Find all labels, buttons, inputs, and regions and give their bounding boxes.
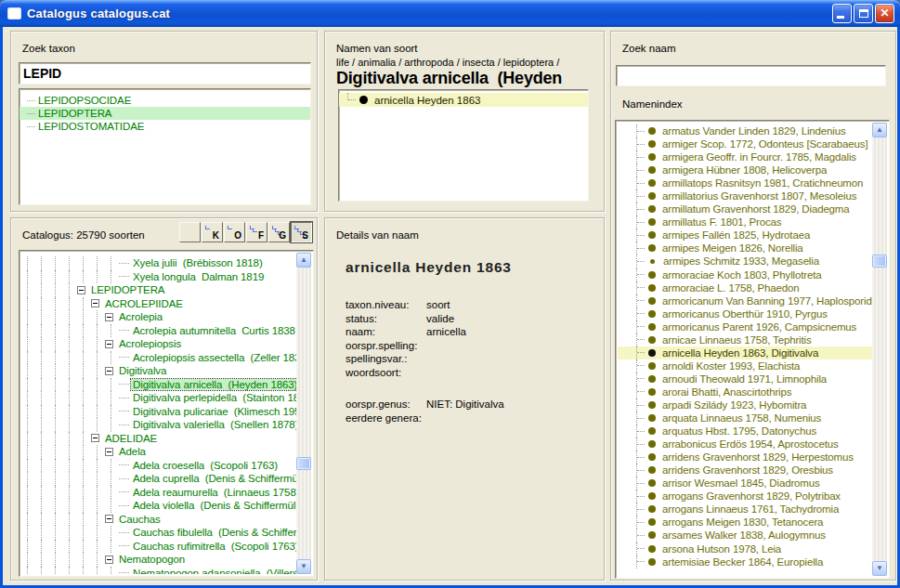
namenindex-item[interactable]: armigera Hübner 1808, Helicoverpa: [618, 163, 872, 176]
tree-row[interactable]: Cauchas: [21, 513, 296, 527]
minimize-button[interactable]: [832, 4, 852, 23]
namenindex-item[interactable]: armigera Geoffr. in Fourcr. 1785, Magdal…: [618, 150, 872, 163]
scroll-thumb[interactable]: [296, 457, 311, 470]
tree-row-label: Nematopogon: [117, 554, 187, 565]
namenindex-item[interactable]: arquata Linnaeus 1758, Numenius: [618, 412, 872, 425]
tree-row[interactable]: Adela croesella (Scopoli 1763): [21, 459, 296, 473]
tree-row[interactable]: Digitivalva perlepidella (Stainton 184: [21, 391, 296, 405]
tree-row-label: Cauchas rufimitrella (Scopoli 1763): [131, 541, 296, 552]
collapse-icon[interactable]: [91, 299, 99, 307]
tree-row[interactable]: Acrolepia: [21, 310, 296, 324]
namenindex-item[interactable]: artemisiae Becker 1864, Europiella: [618, 555, 872, 568]
tree-row[interactable]: ACROLEPIIDAE: [21, 297, 296, 311]
titlebar[interactable]: Catalogus catalogus.cat ✕: [0, 0, 900, 27]
tree-row[interactable]: Adela reaumurella (Linnaeus 1758): [21, 486, 296, 500]
scroll-down-icon[interactable]: ▼: [296, 559, 311, 574]
namenindex-item[interactable]: arorai Bhatti, Anascirtothrips: [618, 385, 872, 399]
namenindex-item[interactable]: arnicae Linnaeus 1758, Tephritis: [618, 333, 872, 346]
collapse-icon[interactable]: [105, 367, 113, 375]
scroll-down-icon[interactable]: ▼: [872, 561, 887, 576]
namenindex-item[interactable]: armoricanus Parent 1926, Campsicnemus: [618, 320, 872, 333]
collapse-icon[interactable]: [105, 313, 113, 321]
namenindex-item[interactable]: armipes Schmitz 1933, Megaselia: [618, 255, 872, 268]
namenindex-item[interactable]: armillatus F. 1801, Procas: [618, 216, 872, 229]
collapse-icon[interactable]: [77, 286, 85, 294]
maximize-button[interactable]: [854, 4, 873, 23]
taxon-list-item[interactable]: LEPIDOPTERA: [20, 107, 310, 120]
namenindex-item[interactable]: arrisor Wesmael 1845, Diadromus: [618, 477, 872, 490]
scroll-up-icon[interactable]: ▲: [296, 253, 311, 268]
tree-tick: [637, 405, 645, 406]
tree-level-button[interactable]: S: [291, 222, 312, 242]
tree-row[interactable]: Acrolepia autumnitella Curtis 1838: [21, 324, 296, 338]
namenindex-item[interactable]: arridens Gravenhorst 1829, Oresbius: [618, 464, 872, 477]
zoek-naam-input[interactable]: [616, 65, 886, 86]
collapse-icon[interactable]: [105, 340, 113, 348]
namenindex-item[interactable]: arquatus Hbst. 1795, Datonychus: [618, 425, 872, 438]
namenindex-item[interactable]: armiger Scop. 1772, Odonteus [Scarabaeus…: [618, 137, 872, 150]
namenindex-item[interactable]: arsames Walker 1838, Aulogymnus: [618, 529, 872, 542]
namenindex-item[interactable]: armillatum Gravenhorst 1829, Diadegma: [618, 203, 872, 216]
namenindex-item[interactable]: arrabonicus Erdös 1954, Aprostocetus: [618, 438, 872, 451]
tree-row[interactable]: Digitivalva valeriella (Snellen 1878): [21, 418, 296, 432]
tree-row[interactable]: Cauchas rufimitrella (Scopoli 1763): [21, 540, 296, 554]
namenindex-item[interactable]: arnicella Heyden 1863, Digitivalva: [618, 346, 872, 359]
collapse-icon[interactable]: [105, 555, 113, 564]
naam-list-item[interactable]: arnicella Heyden 1863: [339, 93, 588, 107]
taxon-list-item[interactable]: LEPIDOPSOCIDAE: [20, 94, 310, 107]
tree-row[interactable]: Nematopogon adansoniella (Villers 1: [21, 567, 296, 575]
namenindex-item[interactable]: armoraciae Koch 1803, Phyllotreta: [618, 268, 872, 281]
tree-row[interactable]: ADELIDAE: [21, 432, 296, 446]
collapse-icon[interactable]: [105, 448, 113, 456]
tree-row[interactable]: Xyela longula Dalman 1819: [21, 270, 296, 284]
namenindex-item[interactable]: arrogans Linnaeus 1761, Tachydromia: [618, 503, 872, 516]
tree-tick: [637, 248, 645, 249]
tree-row-label: Nematopogon adansoniella (Villers 1: [131, 568, 296, 574]
tree-row[interactable]: Digitivalva: [21, 364, 296, 378]
namenindex-item[interactable]: armipes Fallén 1825, Hydrotaea: [618, 229, 872, 242]
namenindex-item[interactable]: armoricanus Oberthür 1910, Pyrgus: [618, 307, 872, 320]
field-label: naam:: [346, 326, 426, 337]
catalogus-scrollbar[interactable]: ▲ ▼: [296, 253, 311, 574]
tree-row[interactable]: Xyela julii (Brébisson 1818): [21, 256, 296, 270]
tree-row[interactable]: Digitivalva arnicella (Heyden 1863): [21, 378, 296, 392]
tree-row[interactable]: Adela cuprella (Denis & Schiffermülle: [21, 472, 296, 486]
namenindex-item[interactable]: armillatops Rasnitsyn 1981, Cratichneumo…: [618, 176, 872, 189]
namenindex-item[interactable]: armoricanum Van Banning 1977, Haplospori…: [618, 294, 872, 307]
tree-row[interactable]: Acrolepiopsis assectella (Zeller 1839: [21, 351, 296, 365]
namenindex-item[interactable]: arnoldi Koster 1993, Elachista: [618, 359, 872, 372]
tree-level-button[interactable]: F: [246, 222, 267, 242]
namenindex-item[interactable]: arnoudi Theowald 1971, Limnophila: [618, 372, 872, 385]
collapse-icon[interactable]: [91, 434, 99, 442]
tree-row[interactable]: Digitivalva pulicariae (Klimesch 1956: [21, 405, 296, 419]
namenindex-item[interactable]: armillatorius Gravenhorst 1807, Mesoleiu…: [618, 189, 872, 203]
namenindex-item[interactable]: arrogans Gravenhorst 1829, Polytribax: [618, 490, 872, 503]
namenindex-item[interactable]: armatus Vander Linden 1829, Lindenius: [618, 124, 872, 137]
tree-row[interactable]: Adela: [21, 445, 296, 459]
tree-row[interactable]: LEPIDOPTERA: [21, 283, 296, 297]
namenindex-scrollbar[interactable]: ▲ ▼: [872, 123, 887, 576]
tree-level-button[interactable]: [179, 222, 201, 242]
tree-row[interactable]: Cauchas fibulella (Denis & Schiffermü: [21, 526, 296, 540]
tree-row[interactable]: Nematopogon: [21, 553, 296, 567]
tree-row[interactable]: Adela violella (Denis & Schiffermüller: [21, 499, 296, 513]
tree-row[interactable]: Acrolepiopsis: [21, 337, 296, 351]
namenindex-item[interactable]: armipes Meigen 1826, Norellia: [618, 242, 872, 255]
namenindex-item[interactable]: armoraciae L. 1758, Phaedon: [618, 281, 872, 294]
collapse-icon[interactable]: [105, 515, 113, 523]
namenindex-item[interactable]: arpadi Szilády 1923, Hybomitra: [618, 399, 872, 412]
scroll-up-icon[interactable]: ▲: [872, 123, 887, 137]
tree-level-button[interactable]: K: [202, 222, 223, 242]
zoek-taxon-input[interactable]: [19, 62, 311, 85]
taxon-list-item[interactable]: LEPIDOSTOMATIDAE: [20, 120, 310, 133]
tree-level-button[interactable]: O: [224, 222, 245, 242]
namenindex-item[interactable]: arsona Hutson 1978, Leia: [618, 542, 872, 555]
tree-level-button[interactable]: G: [268, 222, 290, 242]
scroll-thumb[interactable]: [872, 255, 887, 268]
namenindex-item[interactable]: arrogans Meigen 1830, Tetanocera: [618, 516, 872, 529]
namenindex-item-label: armoraciae L. 1758, Phaedon: [662, 282, 799, 294]
field-label: eerdere genera:: [346, 412, 426, 424]
namenindex-item[interactable]: arridens Gravenhorst 1829, Herpestomus: [618, 451, 872, 464]
species-title: Digitivalva arnicella (Heyden: [336, 69, 562, 88]
close-button[interactable]: ✕: [875, 4, 894, 23]
